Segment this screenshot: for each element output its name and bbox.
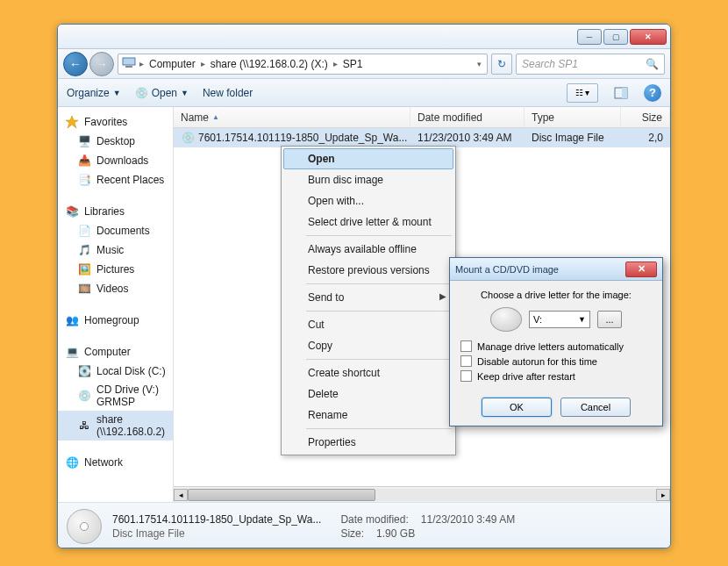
details-filename: 7601.17514.101119-1850_Update_Sp_Wa... [112, 513, 321, 526]
checkbox[interactable] [460, 340, 472, 352]
maximize-button[interactable]: ▢ [603, 29, 628, 45]
ctx-copy[interactable]: Copy [283, 335, 453, 356]
file-name: 7601.17514.101119-1850_Update_Sp_Wa... [198, 132, 407, 144]
view-options-button[interactable]: ☷ ▾ [567, 83, 598, 103]
refresh-button[interactable]: ↻ [491, 54, 512, 75]
open-menu[interactable]: 💿 Open ▼ [135, 87, 189, 99]
toolbar: Organize ▼ 💿 Open ▼ New folder ☷ ▾ ? [58, 79, 670, 107]
ctx-create-shortcut[interactable]: Create shortcut [283, 362, 453, 383]
scroll-left-button[interactable]: ◂ [174, 489, 188, 501]
search-input[interactable]: Search SP1 🔍 [516, 54, 665, 75]
ctx-separator [306, 283, 452, 284]
ctx-separator [306, 311, 452, 312]
ctx-send-to[interactable]: Send to▶ [283, 287, 453, 308]
column-header-date[interactable]: Date modified [410, 107, 525, 127]
disc-thumbnail-icon [67, 509, 102, 544]
organize-menu[interactable]: Organize ▼ [67, 87, 121, 99]
ctx-delete[interactable]: Delete [283, 383, 453, 405]
sidebar: Favorites 🖥️Desktop 📥Downloads 📑Recent P… [58, 107, 174, 502]
search-placeholder: Search SP1 [522, 58, 578, 70]
check-disable-autorun[interactable]: Disable autorun for this time [460, 355, 652, 367]
libraries-icon: 📚 [65, 204, 79, 219]
sidebar-item-cd-drive[interactable]: 💿CD Drive (V:) GRMSP [58, 381, 173, 411]
computer-icon: 💻 [65, 345, 79, 359]
ctx-open[interactable]: Open [283, 148, 453, 169]
svg-rect-0 [123, 58, 135, 65]
minimize-button[interactable]: ─ [577, 29, 602, 45]
breadcrumb-bar[interactable]: ▸ Computer ▸ share (\\192.168.0.2) (X:) … [118, 54, 488, 75]
check-keep-restart[interactable]: Keep drive after restart [460, 370, 652, 382]
column-headers: Name▲ Date modified Type Size [174, 107, 670, 128]
details-size: 1.90 GB [376, 527, 415, 540]
dialog-title: Mount a CD/DVD image [455, 264, 559, 275]
column-header-size[interactable]: Size [621, 107, 670, 127]
sidebar-item-desktop[interactable]: 🖥️Desktop [58, 132, 173, 151]
network-icon: 🌐 [65, 455, 79, 469]
file-size: 2,0 [621, 132, 670, 144]
ctx-open-with[interactable]: Open with... [283, 190, 453, 211]
ctx-offline[interactable]: Always available offline [283, 239, 453, 260]
ctx-separator [306, 428, 452, 429]
navbar: ← → ▸ Computer ▸ share (\\192.168.0.2) (… [58, 49, 670, 79]
dialog-close-button[interactable]: ✕ [625, 262, 657, 277]
browse-button[interactable]: ... [597, 311, 622, 328]
iso-file-icon: 💿 [181, 131, 195, 145]
preview-pane-button[interactable] [612, 84, 630, 102]
checkbox[interactable] [460, 370, 472, 382]
horizontal-scrollbar[interactable]: ◂ ▸ [174, 486, 670, 502]
column-header-name[interactable]: Name▲ [174, 107, 410, 127]
back-button[interactable]: ← [63, 52, 88, 76]
sidebar-item-downloads[interactable]: 📥Downloads [58, 151, 173, 170]
titlebar: ─ ▢ ✕ [58, 25, 670, 49]
forward-button[interactable]: → [89, 52, 114, 76]
sidebar-group-favorites[interactable]: Favorites [58, 112, 173, 132]
submenu-arrow-icon: ▶ [439, 291, 446, 301]
sidebar-item-videos[interactable]: 🎞️Videos [58, 279, 173, 298]
ctx-rename[interactable]: Rename [283, 405, 453, 426]
sidebar-item-share[interactable]: 🖧share (\\192.168.0.2) [58, 411, 173, 441]
cd-icon: 💿 [77, 389, 91, 403]
scroll-thumb[interactable] [188, 489, 375, 501]
drive-letter-select[interactable]: V:▼ [529, 311, 590, 328]
ctx-properties[interactable]: Properties [283, 432, 453, 453]
sidebar-group-computer[interactable]: 💻 Computer [58, 342, 173, 362]
close-button[interactable]: ✕ [630, 29, 667, 45]
file-type: Disc Image File [525, 132, 621, 144]
help-button[interactable]: ? [644, 84, 661, 102]
breadcrumb-separator: ▸ [330, 59, 341, 68]
scroll-right-button[interactable]: ▸ [656, 489, 670, 501]
breadcrumb-dropdown[interactable]: ▾ [475, 60, 483, 68]
context-menu: Open Burn disc image Open with... Select… [281, 146, 456, 455]
breadcrumb-item[interactable]: Computer [147, 56, 197, 72]
ctx-select-drive[interactable]: Select drive letter & mount [283, 211, 453, 233]
breadcrumb-item[interactable]: share (\\192.168.0.2) (X:) [209, 56, 330, 72]
sidebar-item-recent[interactable]: 📑Recent Places [58, 170, 173, 190]
ctx-cut[interactable]: Cut [283, 314, 453, 335]
desktop-icon: 🖥️ [77, 134, 91, 148]
sidebar-group-libraries[interactable]: 📚 Libraries [58, 202, 173, 221]
sidebar-item-music[interactable]: 🎵Music [58, 240, 173, 260]
checkbox[interactable] [460, 355, 472, 367]
svg-rect-1 [125, 66, 132, 68]
computer-icon [122, 55, 136, 72]
dialog-titlebar[interactable]: Mount a CD/DVD image ✕ [450, 258, 662, 281]
check-auto-manage[interactable]: Manage drive letters automatically [460, 340, 652, 352]
network-drive-icon: 🖧 [77, 419, 91, 433]
breadcrumb-item[interactable]: SP1 [341, 56, 365, 72]
svg-rect-3 [622, 88, 627, 98]
sidebar-item-pictures[interactable]: 🖼️Pictures [58, 260, 173, 279]
music-icon: 🎵 [77, 243, 91, 257]
sidebar-item-local-disk[interactable]: 💽Local Disk (C:) [58, 362, 173, 381]
sidebar-item-documents[interactable]: 📄Documents [58, 221, 173, 240]
sidebar-group-homegroup[interactable]: 👥 Homegroup [58, 311, 173, 330]
ctx-separator [306, 235, 452, 236]
new-folder-button[interactable]: New folder [203, 87, 253, 99]
star-icon [65, 115, 79, 129]
cancel-button[interactable]: Cancel [560, 398, 631, 417]
ctx-burn[interactable]: Burn disc image [283, 169, 453, 190]
ctx-restore[interactable]: Restore previous versions [283, 260, 453, 281]
ok-button[interactable]: OK [482, 398, 552, 417]
sidebar-group-network[interactable]: 🌐 Network [58, 453, 173, 472]
column-header-type[interactable]: Type [525, 107, 621, 127]
file-row[interactable]: 💿7601.17514.101119-1850_Update_Sp_Wa... … [174, 128, 670, 147]
